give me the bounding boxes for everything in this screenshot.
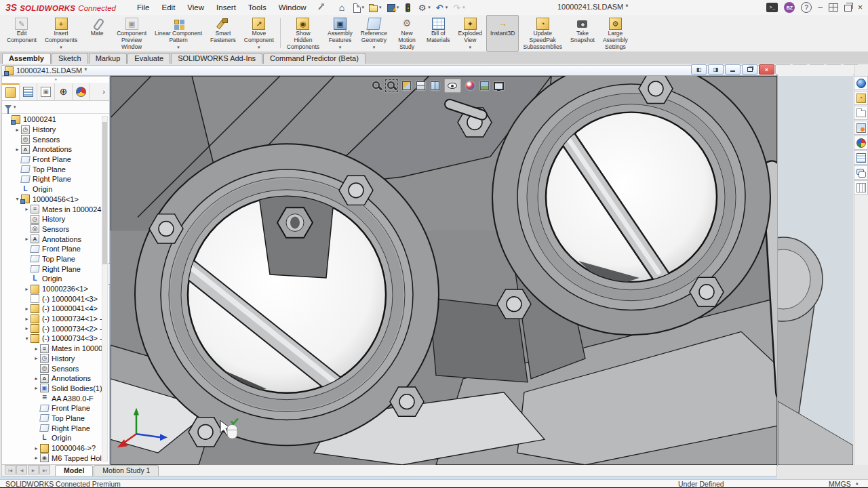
tree-item-annotations[interactable]: ▸Annotations — [2, 144, 102, 155]
expand-arrow-icon[interactable]: ▸ — [33, 355, 40, 361]
tab-solidworks-add-ins[interactable]: SOLIDWORKS Add-Ins — [171, 53, 262, 64]
open-icon[interactable]: ▾ — [367, 2, 383, 14]
configurationmanager-tab[interactable] — [37, 83, 55, 100]
tree-item-10000041-4[interactable]: ▸(-) 10000041<4> — [2, 304, 102, 314]
tab-scroll-prev-icon[interactable]: ◀ — [16, 465, 27, 474]
menu-insert[interactable]: Insert — [210, 2, 242, 13]
expand-arrow-icon[interactable]: ▸ — [14, 146, 21, 152]
propertymanager-tab[interactable] — [20, 83, 37, 100]
apply-scene-icon[interactable] — [479, 80, 490, 92]
forum-button[interactable] — [854, 165, 868, 180]
units-dropdown-caret-icon[interactable]: ▴ — [856, 481, 859, 486]
tab-motion-study-1[interactable]: Motion Study 1 — [94, 465, 159, 476]
pane-left-icon[interactable]: ◧ — [691, 64, 707, 75]
tab-scroll-last-icon[interactable]: ▶| — [39, 465, 50, 474]
custom-properties-button[interactable] — [854, 150, 868, 165]
instant3d-button[interactable]: →Instant3D — [486, 15, 519, 52]
tree-item-history[interactable]: ▸History — [2, 354, 102, 364]
background-document-window[interactable] — [778, 65, 853, 465]
tree-item-10000734-2[interactable]: ▸(-) 10000734<2> ->? — [2, 323, 102, 333]
tab-sketch[interactable]: Sketch — [52, 53, 88, 64]
tab-model[interactable]: Model — [55, 465, 93, 476]
large-assembly-settings-button[interactable]: ⚙LargeAssemblySettings — [599, 15, 632, 52]
design-library-button[interactable] — [854, 91, 868, 105]
menu-view[interactable]: View — [181, 2, 210, 13]
tree-item-right-plane[interactable]: Right Plane — [2, 423, 102, 433]
menu-window[interactable]: Window — [273, 2, 313, 13]
close-document-icon[interactable]: × — [759, 64, 774, 75]
restore-window-icon[interactable] — [844, 5, 852, 12]
help-icon[interactable]: ? — [801, 2, 812, 13]
tree-item-origin[interactable]: Origin — [2, 433, 102, 443]
expand-arrow-icon[interactable]: ▸ — [23, 316, 31, 322]
save-icon[interactable]: ▾ — [384, 2, 401, 14]
undo-icon[interactable]: ▾ — [433, 2, 450, 14]
bill-of-materials-button[interactable]: Bill ofMaterials — [422, 15, 454, 52]
minimize-document-icon[interactable] — [725, 64, 741, 75]
wireframe-box-button[interactable] — [854, 180, 868, 195]
displaymanager-tab[interactable] — [73, 83, 90, 100]
graphics-viewport[interactable] — [111, 76, 777, 465]
tree-item-m6-tapped-hole2[interactable]: ▸M6 Tapped Hole2 — [2, 453, 102, 463]
expand-arrow-icon[interactable]: ▸ — [33, 455, 40, 461]
mate-button[interactable]: Mate — [81, 15, 113, 52]
tree-item-top-plane[interactable]: Top Plane — [2, 413, 102, 424]
featuremanager-tree-tab[interactable] — [2, 83, 20, 100]
tree-item-10000456-1[interactable]: ▾10000456<1> — [2, 195, 102, 205]
tree-item-front-plane[interactable]: Front Plane — [2, 244, 102, 254]
tab-scroll-first-icon[interactable]: |◀ — [5, 465, 16, 474]
hide-show-items-icon[interactable] — [447, 80, 458, 92]
command-prompt-icon[interactable]: >_ — [766, 3, 778, 12]
resize-window-icon[interactable] — [829, 3, 838, 12]
tree-item-right-plane[interactable]: Right Plane — [2, 264, 102, 274]
tree-item-10000236-1[interactable]: ▸10000236<1> — [2, 284, 102, 294]
tree-item-10000046[interactable]: ▸10000046->? — [2, 443, 102, 453]
view-palette-button[interactable] — [854, 121, 868, 135]
view-settings-icon[interactable] — [493, 80, 505, 92]
panel-grip-handle[interactable]: ● — [2, 77, 109, 83]
expand-arrow-icon[interactable]: ▸ — [14, 127, 21, 133]
menu-tools[interactable]: Tools — [242, 2, 273, 13]
tree-item-sensors[interactable]: Sensors — [2, 134, 102, 144]
rebuild-traffic-light-icon[interactable] — [401, 2, 414, 14]
exploded-view-button[interactable]: ✦ExplodedView▾ — [454, 15, 486, 52]
tree-item-sensors[interactable]: Sensors — [2, 224, 102, 235]
tree-scrollbar-thumb[interactable] — [102, 122, 107, 264]
expand-arrow-icon[interactable]: ▸ — [23, 286, 31, 292]
tree-item-annotations[interactable]: ▸Annotations — [2, 373, 102, 384]
tree-item-front-plane[interactable]: Front Plane — [2, 155, 102, 165]
tree-item-history[interactable]: History — [2, 214, 102, 224]
edit-appearance-icon[interactable] — [465, 80, 476, 92]
tree-item-10000041-3[interactable]: (-) 10000041<3> — [2, 293, 102, 304]
filter-dropdown-caret-icon[interactable]: ▾ — [14, 104, 16, 110]
section-view-icon[interactable] — [401, 80, 412, 92]
tree-item-origin[interactable]: Origin — [2, 274, 102, 284]
assembly-features-button[interactable]: ▣AssemblyFeatures▾ — [323, 15, 357, 52]
insert-components-button[interactable]: +InsertComponents▾ — [41, 15, 81, 52]
expand-arrow-icon[interactable]: ▸ — [33, 445, 40, 451]
zoom-to-fit-icon[interactable] — [371, 80, 382, 92]
tree-item-origin[interactable]: Origin — [2, 184, 102, 195]
expand-arrow-icon[interactable]: ▸ — [33, 385, 40, 391]
tree-item-solid-bodies-1[interactable]: ▸Solid Bodies(1) — [2, 384, 102, 394]
reference-geometry-button[interactable]: ReferenceGeometry▾ — [357, 15, 391, 52]
tab-assembly[interactable]: Assembly — [2, 53, 51, 64]
pin-menu-icon[interactable] — [317, 3, 325, 12]
tab-markup[interactable]: Markup — [89, 53, 127, 64]
tree-item-10000734-1[interactable]: ▸(-) 10000734<1> ->? — [2, 314, 102, 324]
expand-arrow-icon[interactable]: ▸ — [33, 375, 40, 382]
threedexperience-button[interactable] — [854, 76, 868, 90]
minimize-window-icon[interactable]: – — [818, 3, 823, 12]
tree-scrollbar[interactable] — [102, 116, 108, 462]
new-document-icon[interactable]: ▾ — [350, 2, 366, 14]
expand-arrow-icon[interactable]: ▸ — [23, 325, 31, 331]
close-window-icon[interactable]: × — [858, 3, 863, 12]
menu-file[interactable]: File — [131, 2, 156, 13]
tree-item-mates-in-10000241[interactable]: ▸Mates in 10000241 — [2, 204, 102, 214]
tree-item-aa-a380-0-f[interactable]: AA A380.0-F — [2, 393, 102, 403]
tree-item-annotations[interactable]: ▸Annotations — [2, 234, 102, 244]
tree-item-history[interactable]: ▸History — [2, 125, 102, 135]
appearances-button[interactable] — [854, 136, 868, 150]
tree-item-top-plane[interactable]: Top Plane — [2, 254, 102, 264]
options-gear-icon[interactable]: ▾ — [416, 2, 432, 14]
